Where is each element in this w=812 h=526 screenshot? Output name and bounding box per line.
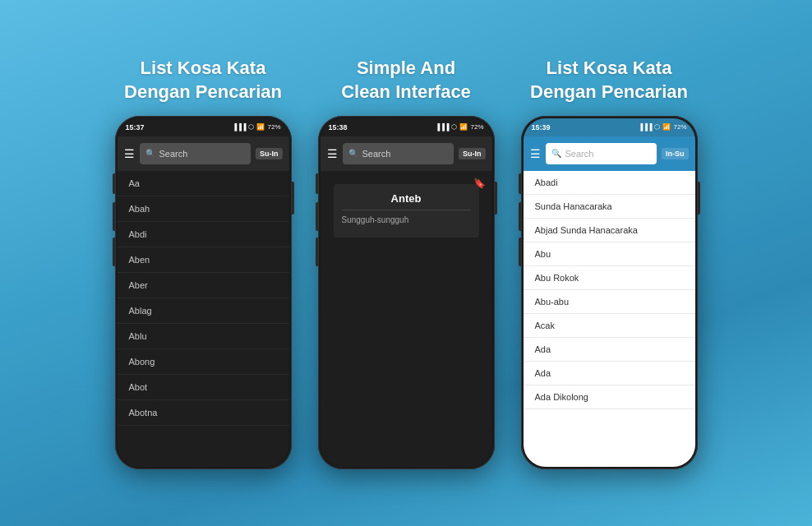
list-item[interactable]: Ada Dikolong [524, 385, 695, 409]
status-icons-3: ▐▐▐ ⬡ 📶 72% [638, 123, 686, 131]
search-icon-3: 🔍 [551, 149, 561, 158]
search-placeholder-3: Search [565, 149, 594, 159]
app-bar-1: ☰ 🔍 Search Su-In [118, 136, 289, 171]
list-item[interactable]: Acak [524, 314, 695, 338]
list-item[interactable]: Abu-abu [524, 290, 695, 314]
status-bar-3: 15:39 ▐▐▐ ⬡ 📶 72% [524, 118, 695, 136]
list-item[interactable]: Aa [118, 171, 289, 196]
list-item[interactable]: Ada [524, 338, 695, 362]
search-box-3[interactable]: 🔍 Search [546, 143, 657, 164]
list-item[interactable]: Aben [118, 247, 289, 273]
hamburger-1[interactable]: ☰ [124, 147, 135, 160]
detail-card: Anteb Sungguh-sungguh [334, 184, 479, 238]
search-icon-1: 🔍 [145, 149, 155, 158]
list-item[interactable]: Aber [118, 273, 289, 298]
list-item[interactable]: Abu [524, 242, 695, 266]
card-title-2: Simple AndClean Interface [341, 57, 471, 104]
list-item[interactable]: Ada [524, 362, 695, 385]
search-box-2[interactable]: 🔍 Search [343, 143, 454, 164]
list-item[interactable]: Abjad Sunda Hanacaraka [524, 219, 695, 242]
phone-shell-2: 15:38 ▐▐▐ ⬡ 📶 72% ☰ 🔍 Search Su-In � [318, 116, 495, 469]
hamburger-3[interactable]: ☰ [530, 147, 541, 160]
list-item[interactable]: Abong [118, 349, 289, 375]
phone-shell-1: 15:37 ▐▐▐ ⬡ 📶 72% ☰ 🔍 Search Su-In A [115, 116, 292, 469]
detail-title: Anteb [342, 192, 471, 205]
hamburger-2[interactable]: ☰ [327, 147, 338, 160]
list-item[interactable]: Abot [118, 375, 289, 400]
content-3: Abadi Sunda Hanacaraka Abjad Sunda Hanac… [524, 171, 695, 467]
list-item[interactable]: Ablu [118, 324, 289, 349]
detail-body: Sungguh-sungguh [342, 210, 471, 229]
search-placeholder-1: Search [159, 149, 188, 159]
lang-btn-1[interactable]: Su-In [256, 148, 283, 159]
list-item[interactable]: Ablag [118, 298, 289, 324]
app-bar-2: ☰ 🔍 Search Su-In [321, 136, 492, 171]
card-title-3: List Kosa KataDengan Pencarian [530, 57, 688, 104]
search-placeholder-2: Search [362, 149, 391, 159]
list-item[interactable]: Sunda Hanacaraka [524, 195, 695, 219]
search-box-1[interactable]: 🔍 Search [140, 143, 251, 164]
status-bar-1: 15:37 ▐▐▐ ⬡ 📶 72% [118, 118, 289, 136]
status-icons-1: ▐▐▐ ⬡ 📶 72% [232, 123, 280, 131]
list-item[interactable]: Abadi [524, 171, 695, 195]
phone-card-2: Simple AndClean Interface 15:38 ▐▐▐ ⬡ 📶 … [318, 57, 495, 468]
status-icons-2: ▐▐▐ ⬡ 📶 72% [435, 123, 483, 131]
phone-card-3: List Kosa KataDengan Pencarian 15:39 ▐▐▐… [521, 57, 698, 468]
list-item[interactable]: Abdi [118, 222, 289, 247]
list-item[interactable]: Abu Rokok [524, 266, 695, 290]
lang-btn-2[interactable]: Su-In [459, 148, 486, 159]
status-time-2: 15:38 [329, 123, 348, 132]
bookmark-icon[interactable]: 🔖 [473, 178, 486, 189]
status-time-3: 15:39 [532, 123, 551, 132]
list-item[interactable]: Abah [118, 196, 289, 222]
phone-shell-3: 15:39 ▐▐▐ ⬡ 📶 72% ☰ 🔍 Search In-Su A [521, 116, 698, 469]
content-2: 🔖 Anteb Sungguh-sungguh [321, 171, 492, 467]
status-time-1: 15:37 [126, 123, 145, 132]
list-item[interactable]: Abotna [118, 400, 289, 426]
card-title-1: List Kosa KataDengan Pencarian [124, 57, 282, 104]
search-icon-2: 🔍 [348, 149, 358, 158]
phone-card-1: List Kosa KataDengan Pencarian 15:37 ▐▐▐… [115, 57, 292, 468]
content-1: Aa Abah Abdi Aben Aber Ablag Ablu Abong … [118, 171, 289, 467]
lang-btn-3[interactable]: In-Su [662, 148, 689, 159]
app-bar-3: ☰ 🔍 Search In-Su [524, 136, 695, 171]
status-bar-2: 15:38 ▐▐▐ ⬡ 📶 72% [321, 118, 492, 136]
